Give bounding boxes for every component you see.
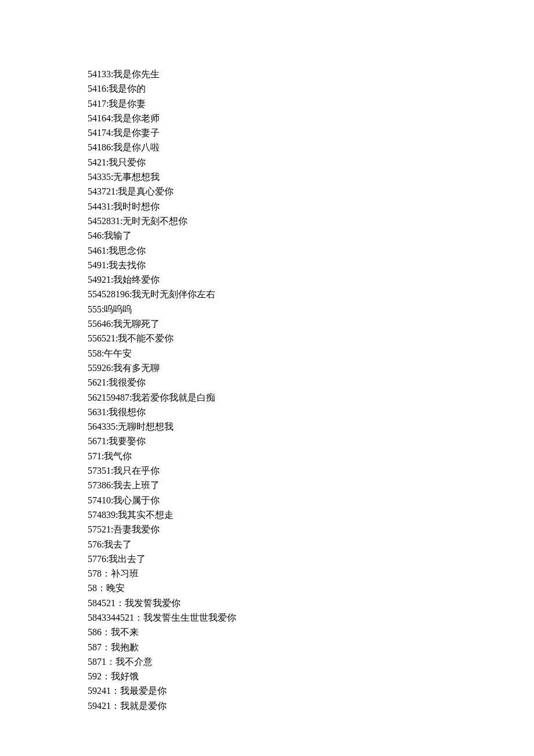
text-line: 58：晚安	[88, 581, 534, 595]
text-line: 5416:我是你的	[88, 81, 534, 96]
text-line: 5621:我很爱你	[88, 375, 534, 390]
text-line: 55646:我无聊死了	[88, 316, 534, 331]
text-line: 57410:我心属于你	[88, 493, 534, 507]
text-lines-container: 54133:我是你先生5416:我是你的5417:我是你妻54164:我是你老师…	[88, 67, 534, 713]
text-line: 558:午午安	[88, 346, 534, 361]
text-line: 5631:我很想你	[88, 405, 534, 419]
text-line: 5843344521：我发誓生生世世我爱你	[88, 610, 534, 625]
text-line: 5491:我去找你	[88, 258, 534, 272]
text-line: 54186:我是你八啦	[88, 140, 534, 154]
text-line: 571:我气你	[88, 449, 534, 463]
text-line: 5871：我不介意	[88, 654, 534, 669]
text-line: 54133:我是你先生	[88, 67, 534, 81]
text-line: 5671:我要娶你	[88, 434, 534, 448]
text-line: 5452831:无时无刻不想你	[88, 214, 534, 228]
text-line: 5421:我只爱你	[88, 155, 534, 170]
text-line: 5776:我出去了	[88, 552, 534, 566]
text-line: 5461:我思念你	[88, 243, 534, 258]
text-line: 54431:我时时想你	[88, 199, 534, 214]
text-line: 55926:我有多无聊	[88, 361, 534, 375]
text-line: 543721:我是真心爱你	[88, 184, 534, 199]
text-line: 57521:吾妻我爱你	[88, 522, 534, 537]
text-line: 586：我不来	[88, 625, 534, 639]
text-line: 555:呜呜呜	[88, 302, 534, 316]
text-line: 54164:我是你老师	[88, 111, 534, 125]
text-line: 564335:无聊时想想我	[88, 419, 534, 434]
text-line: 59421：我就是爱你	[88, 699, 534, 713]
text-line: 587：我抱歉	[88, 640, 534, 654]
document-page: 54133:我是你先生5416:我是你的5417:我是你妻54164:我是你老师…	[0, 0, 534, 713]
text-line: 576:我去了	[88, 537, 534, 552]
text-line: 57351:我只在乎你	[88, 463, 534, 478]
text-line: 57386:我去上班了	[88, 478, 534, 492]
text-line: 59241：我最爱是你	[88, 683, 534, 698]
text-line: 578：补习班	[88, 566, 534, 581]
text-line: 54174:我是你妻子	[88, 125, 534, 140]
text-line: 546:我输了	[88, 228, 534, 243]
text-line: 556521:我不能不爱你	[88, 331, 534, 345]
text-line: 584521：我发誓我爱你	[88, 596, 534, 610]
text-line: 574839:我其实不想走	[88, 507, 534, 522]
text-line: 5417:我是你妻	[88, 96, 534, 111]
text-line: 592：我好饿	[88, 669, 534, 683]
text-line: 554528196:我无时无刻伴你左右	[88, 287, 534, 301]
text-line: 54921:我始终爱你	[88, 272, 534, 287]
text-line: 562159487:我若爱你我就是白痴	[88, 390, 534, 405]
text-line: 54335:无事想想我	[88, 170, 534, 184]
